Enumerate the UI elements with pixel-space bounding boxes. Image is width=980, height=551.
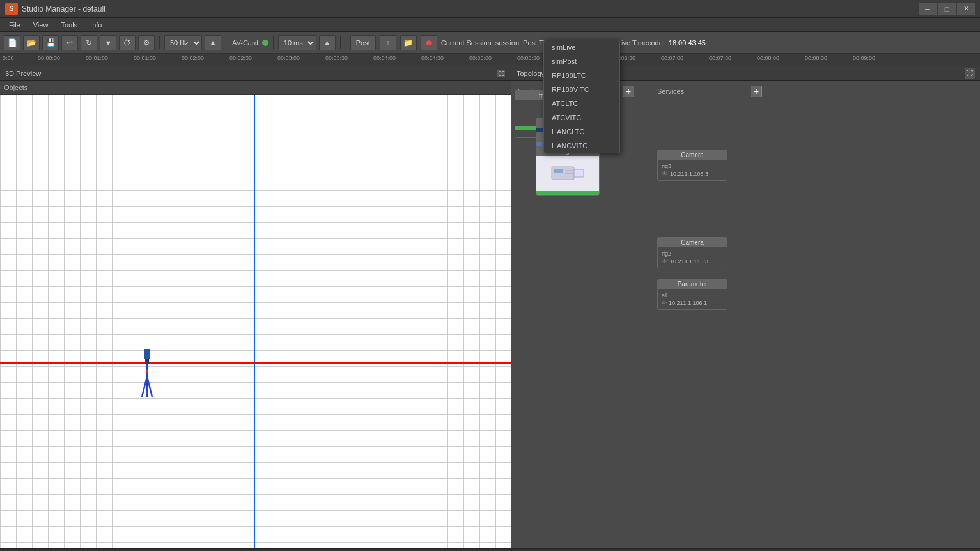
svg-rect-0: [144, 349, 150, 359]
dropdown-rp188vitc[interactable]: RP188VITC: [544, 82, 619, 97]
post-button[interactable]: Post: [350, 35, 376, 50]
open-button[interactable]: 📂: [23, 35, 40, 50]
main-content: 3D Preview ⛶ Objects: [0, 66, 980, 548]
separator-4: [340, 36, 341, 49]
close-button[interactable]: ✕: [957, 3, 975, 15]
timecode-section: Post ↑ 📁 ⏺ Current Session: session Post…: [350, 35, 706, 50]
horizontal-line: [0, 362, 511, 364]
save-button[interactable]: 💾: [42, 35, 59, 50]
freq-up-button[interactable]: ▲: [205, 35, 221, 50]
preview-header: 3D Preview ⛶: [0, 66, 511, 81]
camera-rig3-body: rig3 👁 10.211.1.106:3: [658, 160, 727, 180]
services-col: Services + Camera rig3 👁 10.211.1.106:3: [652, 81, 767, 548]
preview-expand-button[interactable]: ⛶: [497, 69, 506, 78]
camera-object: [141, 349, 153, 394]
tick-4: 00:02:00: [182, 55, 204, 61]
dropdown-simpost[interactable]: simPost: [544, 54, 619, 68]
tick-8: 00:04:00: [373, 55, 396, 61]
dropdown-hancltc[interactable]: HANCLTC: [544, 125, 619, 139]
rig1-status-bar: [536, 191, 599, 195]
parameter-ip: 10.211.1.106:1: [669, 300, 707, 306]
camera-rig3-service[interactable]: Camera rig3 👁 10.211.1.106:3: [657, 150, 727, 181]
preview-panel: 3D Preview ⛶ Objects: [0, 66, 511, 548]
live-timecode-label: Live Timecode:: [618, 39, 665, 47]
tick-10: 00:05:00: [469, 55, 492, 61]
objects-label: Objects: [4, 84, 27, 91]
tick-15: 00:07:30: [709, 55, 731, 61]
topology-title: Topology: [517, 70, 545, 77]
panel-controls: ⛶: [965, 68, 975, 79]
separator-3: [273, 36, 274, 49]
interval-select[interactable]: 10 ms 20 ms 5 ms: [278, 35, 316, 50]
post-icon-button[interactable]: ↑: [380, 35, 396, 50]
camera-rig2-service[interactable]: Camera rig2 👁 10.211.1.115:3: [657, 237, 727, 268]
svg-rect-9: [554, 169, 563, 173]
tick-14: 00:07:00: [661, 55, 683, 61]
dropdown-rp188ltc[interactable]: RP188LTC: [544, 68, 619, 82]
titlebar: S Studio Manager - default ─ □ ✕: [0, 0, 980, 18]
freq-select[interactable]: 50 Hz 60 Hz 25 Hz: [164, 35, 202, 50]
vertical-line: [254, 95, 255, 548]
svg-point-6: [146, 370, 148, 373]
menubar: File View Tools Info: [0, 18, 980, 32]
svg-rect-1: [145, 359, 149, 364]
live-timecode-value: 18:00:43:45: [669, 39, 706, 47]
tick-7: 00:03:30: [325, 55, 348, 61]
dropdown-hancvitc[interactable]: HANCVITC: [544, 139, 619, 153]
tick-5: 00:02:30: [229, 55, 252, 61]
window-controls: ─ □ ✕: [919, 3, 975, 15]
dropdown-simlive[interactable]: simLive: [544, 40, 619, 54]
tick-0: 0:00: [3, 55, 14, 61]
tick-6: 00:03:00: [277, 55, 300, 61]
session-label: Current Session: session: [441, 39, 519, 47]
services-header: Services: [657, 88, 684, 95]
menu-info[interactable]: Info: [84, 20, 108, 30]
camera-rig3-header: Camera: [658, 150, 727, 160]
tick-1: 00:00:30: [38, 55, 60, 61]
rec-button[interactable]: ⏺: [421, 35, 437, 50]
parameter-label: all: [662, 292, 667, 299]
status-indicator: [262, 40, 268, 46]
clock-button[interactable]: ⏱: [119, 35, 136, 50]
eye-icon-rig2: 👁: [662, 258, 668, 265]
interval-up-button[interactable]: ▲: [319, 35, 336, 50]
parameter-service[interactable]: Parameter all ✏ 10.211.1.106:1: [657, 279, 727, 310]
tick-11: 00:05:30: [517, 55, 540, 61]
tick-3: 00:01:30: [134, 55, 156, 61]
menu-tools[interactable]: Tools: [54, 20, 84, 30]
favorite-button[interactable]: ♥: [100, 35, 116, 50]
preview-title: 3D Preview: [5, 70, 41, 77]
svg-rect-8: [574, 169, 584, 177]
camera-rig3-row2: 👁 10.211.1.106:3: [662, 170, 723, 177]
minimize-button[interactable]: ─: [919, 3, 937, 15]
status-dot: [262, 40, 268, 46]
menu-file[interactable]: File: [3, 20, 27, 30]
tick-18: 00:09:00: [853, 55, 875, 61]
ruler-marks: 0:00 00:00:30 00:01:00 00:01:30 00:02:00…: [3, 54, 977, 66]
menu-view[interactable]: View: [27, 20, 55, 30]
tracking-add-button[interactable]: +: [623, 86, 634, 97]
restore-button[interactable]: □: [938, 3, 956, 15]
separator-2: [226, 36, 226, 49]
card-label: AV-Card: [232, 39, 258, 47]
camera-rig2-body: rig2 👁 10.211.1.115:3: [658, 247, 727, 268]
new-button[interactable]: 📄: [4, 35, 20, 50]
dropdown-atcltc[interactable]: ATCLTC: [544, 97, 619, 111]
undo-button[interactable]: ↩: [61, 35, 78, 50]
open-session-button[interactable]: 📁: [400, 35, 417, 50]
redo-button[interactable]: ↻: [81, 35, 97, 50]
eye-icon-rig3: 👁: [662, 170, 668, 177]
parameter-row1: all: [662, 292, 723, 299]
settings-button[interactable]: ⚙: [138, 35, 155, 50]
services-add-button[interactable]: +: [751, 86, 762, 97]
timeline-ruler[interactable]: 0:00 00:00:30 00:01:00 00:01:30 00:02:00…: [0, 54, 980, 66]
preview-canvas[interactable]: [0, 95, 511, 548]
window-title: Studio Manager - default: [22, 4, 919, 13]
grid-overlay: [0, 95, 511, 548]
topology-collapse-button[interactable]: ⛶: [965, 68, 975, 79]
dropdown-atcvitc[interactable]: ATCVITC: [544, 111, 619, 125]
timecode-dropdown: simLive simPost RP188LTC RP188VITC ATCLT…: [543, 40, 620, 153]
camera-rig3-label: rig3: [662, 163, 671, 169]
rig1-thumb: [536, 156, 599, 191]
tick-16: 00:08:00: [757, 55, 779, 61]
